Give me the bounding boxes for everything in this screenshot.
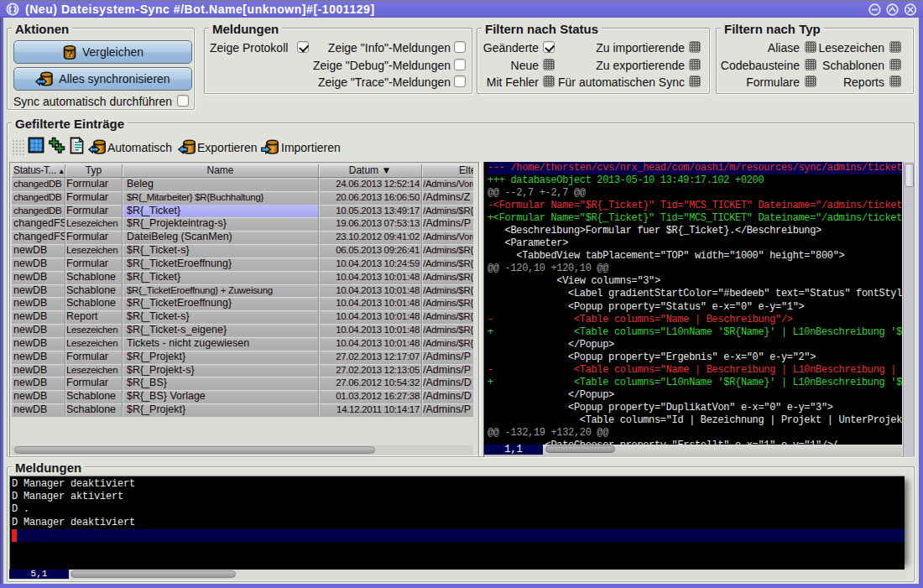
svg-text:?: ? [67,49,73,59]
